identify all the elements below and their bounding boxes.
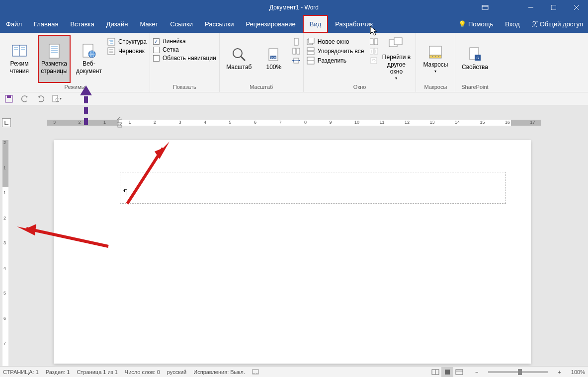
share-button[interactable]: Общий доступ: [526, 15, 588, 33]
print-preview-button[interactable]: ▾: [52, 94, 62, 104]
tab-references[interactable]: Ссылки: [164, 15, 199, 33]
views-group-label: Режимы: [3, 83, 147, 92]
print-layout-view-button[interactable]: [441, 367, 453, 377]
new-window-button[interactable]: Новое окно: [307, 38, 364, 46]
tab-mailings[interactable]: Рассылки: [199, 15, 240, 33]
ruler-number: 1: [103, 120, 106, 125]
ruler-number: 4: [3, 266, 6, 271]
magnifier-icon: [231, 47, 247, 63]
draft-button[interactable]: Черновик: [107, 47, 147, 55]
indent-marker-icon[interactable]: [117, 117, 123, 128]
vertical-ruler[interactable]: 211234567: [0, 140, 11, 366]
web-layout-button[interactable]: Веб-документ: [73, 35, 105, 83]
svg-rect-3: [551, 5, 556, 10]
page-width-icon: [292, 57, 300, 65]
tab-home[interactable]: Главная: [28, 15, 64, 33]
tab-design[interactable]: Дизайн: [100, 15, 134, 33]
zoom-level[interactable]: 100%: [571, 369, 585, 375]
ruler-number: 6: [3, 316, 6, 321]
tab-review[interactable]: Рецензирование: [240, 15, 301, 33]
multi-page-button[interactable]: [292, 47, 300, 55]
tab-insert[interactable]: Вставка: [64, 15, 100, 33]
svg-rect-75: [252, 370, 258, 374]
ruler-number: 9: [330, 120, 332, 125]
hundred-percent-icon: 100: [266, 47, 282, 63]
close-button[interactable]: [565, 0, 588, 15]
print-layout-icon: [443, 369, 451, 375]
arrange-all-icon: [307, 47, 315, 55]
switch-windows-button[interactable]: Перейти в другое окно ▾: [380, 35, 413, 83]
print-layout-button[interactable]: Разметка страницы: [38, 35, 71, 83]
tab-layout[interactable]: Макет: [134, 15, 164, 33]
undo-button[interactable]: [20, 94, 30, 104]
one-page-button[interactable]: [292, 38, 300, 46]
read-mode-icon: [431, 369, 439, 375]
svg-rect-56: [394, 38, 402, 45]
reset-window-button[interactable]: [370, 57, 378, 65]
ribbon-display-options-button[interactable]: [474, 0, 497, 15]
zoom-100-label: 100%: [266, 64, 281, 71]
properties-icon: S: [467, 47, 483, 63]
switch-windows-label: Перейти в другое окно: [381, 54, 412, 75]
header-area[interactable]: [120, 172, 506, 204]
share-label: Общий доступ: [540, 20, 583, 28]
svg-rect-43: [309, 38, 314, 43]
ribbon-options-icon: [482, 5, 489, 10]
redo-button[interactable]: [36, 94, 46, 104]
zoom-button[interactable]: Масштаб: [223, 35, 255, 83]
ruler-number: 3: [3, 240, 6, 245]
properties-button[interactable]: S Свойства: [458, 35, 491, 83]
ruler-number: 5: [3, 291, 6, 296]
ruler-label: Линейка: [163, 38, 186, 45]
properties-label: Свойства: [462, 64, 488, 71]
macros-button[interactable]: Макросы ▾: [419, 35, 452, 83]
tab-developer[interactable]: Разработчик: [329, 15, 379, 33]
status-word-count[interactable]: Число слов: 0: [125, 369, 160, 375]
arrange-all-button[interactable]: Упорядочить все: [307, 47, 364, 55]
macro-record-button[interactable]: [252, 368, 259, 376]
svg-marker-72: [117, 117, 122, 120]
minimize-button[interactable]: [519, 0, 542, 15]
navpane-checkbox[interactable]: Область навигации: [153, 55, 216, 62]
tab-selector[interactable]: [2, 118, 11, 127]
lightbulb-icon: 💡: [458, 20, 466, 28]
zoom-in-button[interactable]: +: [555, 369, 564, 375]
document-page[interactable]: ¶: [54, 140, 531, 364]
document-area: 3211234567891011121314151617 211234567 ¶: [0, 105, 588, 366]
tab-file[interactable]: Файл: [0, 15, 28, 33]
read-mode-label: Режим чтения: [4, 60, 35, 75]
ruler-number: 15: [480, 120, 485, 125]
zoom-100-button[interactable]: 100 100%: [257, 35, 290, 83]
sync-scroll-button[interactable]: [370, 47, 378, 55]
split-button[interactable]: Разделить: [307, 57, 364, 65]
login-button[interactable]: Вход: [499, 15, 525, 33]
svg-rect-48: [370, 39, 373, 45]
tab-view[interactable]: Вид: [303, 15, 329, 33]
status-track-changes[interactable]: Исправления: Выкл.: [193, 369, 245, 375]
one-page-icon: [292, 38, 300, 46]
web-layout-view-button[interactable]: [453, 367, 465, 377]
ruler-checkbox[interactable]: Линейка: [153, 38, 216, 45]
gridlines-checkbox[interactable]: Сетка: [153, 46, 216, 53]
horizontal-ruler[interactable]: 3211234567891011121314151617: [47, 118, 541, 127]
status-page[interactable]: СТРАНИЦА: 1: [3, 369, 39, 375]
maximize-button[interactable]: [542, 0, 565, 15]
save-button[interactable]: [4, 94, 14, 104]
status-page-of[interactable]: Страница 1 из 1: [77, 369, 117, 375]
ruler-number: 1: [129, 120, 131, 125]
status-language[interactable]: русский: [167, 369, 186, 375]
ruler-number: 17: [530, 120, 535, 125]
svg-rect-57: [429, 46, 441, 55]
zoom-thumb[interactable]: [518, 369, 522, 375]
page-width-button[interactable]: [292, 57, 300, 65]
read-mode-button[interactable]: Режим чтения: [3, 35, 36, 83]
tell-me-button[interactable]: 💡 Помощь: [452, 15, 499, 33]
zoom-slider[interactable]: [488, 371, 548, 373]
zoom-out-button[interactable]: −: [472, 369, 481, 375]
read-mode-view-button[interactable]: [429, 367, 441, 377]
outline-button[interactable]: Структура: [107, 38, 147, 46]
side-by-side-button[interactable]: [370, 38, 378, 46]
status-section[interactable]: Раздел: 1: [46, 369, 70, 375]
status-bar: СТРАНИЦА: 1 Раздел: 1 Страница 1 из 1 Чи…: [0, 366, 588, 377]
svg-point-30: [233, 49, 242, 58]
